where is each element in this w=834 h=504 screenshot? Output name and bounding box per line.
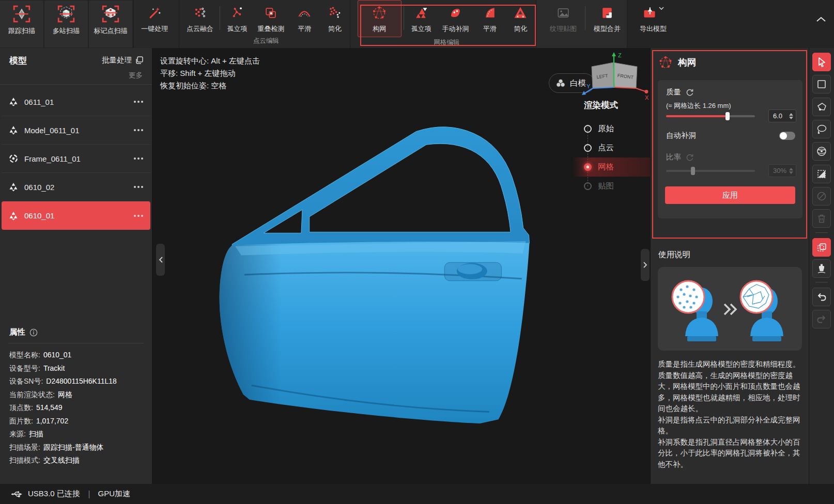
cursor-icon [816, 56, 827, 68]
panel-title: 构网 [678, 56, 696, 69]
trash-icon [816, 213, 827, 224]
texture-map-button: 纹理贴图 [544, 0, 583, 34]
spin-down-icon[interactable] [789, 117, 793, 119]
model-item[interactable]: 0610_02 [2, 173, 150, 201]
hint-line: 平移: Shift + 左键拖动 [160, 67, 260, 80]
quality-slider[interactable] [666, 112, 755, 120]
spin-up-icon[interactable] [789, 113, 793, 116]
batch-process-label: 批量处理 [102, 55, 132, 65]
slider-knob [691, 167, 695, 175]
model-item-selected[interactable]: 0610_01 [2, 201, 150, 230]
model-name: 0611_01 [24, 98, 128, 106]
usb-icon [10, 490, 23, 499]
mesh-isolated-items-button[interactable]: 孤立项 [406, 0, 437, 34]
item-menu-icon[interactable] [134, 184, 143, 190]
polygon-select-icon [816, 101, 827, 113]
radio-icon[interactable] [584, 125, 592, 133]
model-item[interactable]: 0611_01 [2, 88, 150, 116]
slider-fill [666, 115, 728, 117]
toolbar-collapse-chevron-icon[interactable] [815, 15, 827, 23]
one-key-process-button[interactable]: 一键处理 [134, 0, 175, 34]
panel-collapse-handle[interactable] [641, 249, 650, 281]
apply-button[interactable]: 应用 [665, 186, 795, 204]
invert-selection-button[interactable] [812, 165, 831, 183]
more-link[interactable]: 更多 [129, 71, 143, 80]
pointcloud-fusion-button[interactable]: 点云融合 [182, 0, 218, 34]
mesh-smooth-button[interactable]: 平滑 [474, 0, 505, 34]
connected-domain-select-button[interactable] [812, 142, 831, 161]
rectangle-select-button[interactable] [812, 75, 831, 93]
model-name: 0610_02 [24, 183, 128, 192]
texture-map-label: 纹理贴图 [550, 24, 577, 34]
spin-up-icon [789, 168, 793, 170]
model-merge-button[interactable]: 模型合并 [588, 0, 627, 34]
mesh-model-icon [9, 182, 18, 192]
refresh-icon[interactable] [686, 88, 693, 96]
overlap-detect-icon [263, 5, 279, 21]
manual-hole-fill-icon [447, 5, 463, 21]
item-menu-icon[interactable] [134, 127, 143, 133]
redo-button-disabled [812, 310, 831, 328]
sidebar-collapse-handle[interactable] [156, 244, 165, 276]
duplicate-selection-button[interactable] [812, 238, 831, 257]
viewport-3d[interactable]: 设置旋转中心: Alt + 左键点击 平移: Shift + 左键拖动 恢复初始… [152, 48, 650, 484]
delete-button-disabled [812, 209, 831, 228]
render-option-pointcloud[interactable]: 点云 [573, 138, 650, 158]
refresh-icon-disabled [686, 153, 693, 161]
render-option-original[interactable]: 原始 [573, 119, 650, 138]
item-menu-icon[interactable] [134, 155, 143, 162]
view-cube[interactable]: LEFT FRONT Z Y X [580, 51, 651, 101]
polygon-select-button[interactable] [812, 98, 831, 116]
radio-icon[interactable] [584, 144, 592, 152]
item-menu-icon[interactable] [134, 99, 143, 105]
render-option-mesh[interactable]: 网格 [573, 158, 650, 177]
property-row: 扫描模式:交叉线扫描 [9, 454, 143, 467]
select-cursor-button[interactable] [812, 53, 831, 71]
viewport-hints: 设置旋转中心: Alt + 左键点击 平移: Shift + 左键拖动 恢复初始… [160, 55, 260, 92]
model-item[interactable]: Model_0611_01 [2, 116, 150, 145]
mesh-construct-button[interactable]: 构网 [358, 0, 401, 37]
pc-isolated-items-button[interactable]: 孤立项 [222, 0, 252, 34]
quality-value: 6.0 [773, 112, 782, 120]
y-axis-label: Y [586, 83, 591, 89]
quality-spinbox[interactable]: 6.0 [768, 109, 796, 122]
mesh-construct-label: 构网 [373, 24, 386, 34]
render-mode-title: 渲染模式 [584, 100, 650, 111]
pc-smooth-button[interactable]: 平滑 [289, 0, 319, 34]
pointcloud-fusion-icon [192, 5, 208, 21]
radio-icon-selected[interactable] [584, 163, 592, 171]
brush-button[interactable] [812, 259, 831, 278]
toggle-knob[interactable] [780, 132, 787, 139]
manual-hole-fill-button[interactable]: 手动补洞 [437, 0, 474, 34]
model-item[interactable]: Frame_0611_01 [2, 145, 150, 173]
item-menu-icon[interactable] [134, 213, 143, 219]
export-section: 导出模型 [627, 0, 834, 48]
export-model-button[interactable]: 导出模型 [632, 0, 674, 34]
hint-line: 设置旋转中心: Alt + 左键点击 [160, 55, 260, 67]
export-model-label: 导出模型 [640, 24, 667, 34]
selection-toolbar [809, 48, 834, 484]
pointcloud-edit-group: 点云融合 孤立项 重叠检测 [179, 0, 350, 48]
property-row: 设备SN号:D24800115H6K11L18 [9, 375, 143, 388]
marker-scan-label: 标记点扫描 [94, 26, 128, 36]
lasso-select-button[interactable] [812, 120, 831, 138]
export-caret-down-icon[interactable] [658, 5, 665, 11]
track-scan-button[interactable]: 跟踪扫描 [0, 1, 43, 48]
autofill-toggle[interactable] [779, 132, 795, 140]
mesh-model-icon [9, 125, 18, 135]
car-door-model [213, 120, 542, 425]
undo-button[interactable] [812, 288, 831, 306]
autofill-label: 自动补洞 [666, 131, 696, 140]
mesh-isolated-items-label: 孤立项 [411, 24, 431, 34]
pc-simplify-button[interactable]: 简化 [320, 0, 350, 34]
usb-status-text: USB3.0 已连接 [28, 489, 80, 499]
multistation-scan-button[interactable]: 多站扫描 [44, 1, 88, 48]
marker-scan-button[interactable]: 标记点扫描 [89, 1, 132, 48]
property-row: 顶点数:514,549 [9, 401, 143, 415]
slider-knob[interactable] [725, 112, 730, 120]
overlap-detect-button[interactable]: 重叠检测 [252, 0, 289, 34]
batch-process-button[interactable]: 批量处理 [102, 55, 144, 65]
info-icon[interactable] [29, 328, 38, 337]
mesh-simplify-button[interactable]: 简化 [505, 0, 536, 34]
redo-icon [816, 313, 827, 325]
